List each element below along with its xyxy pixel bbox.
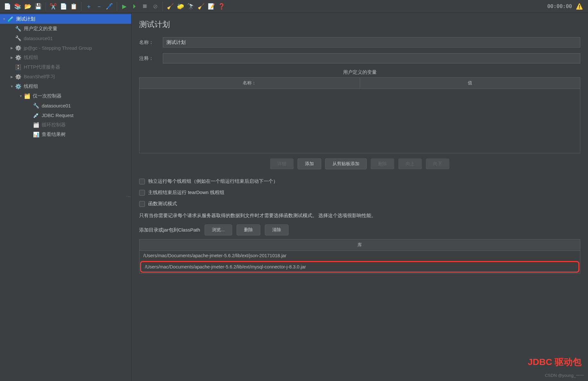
collapse-icon[interactable]: － [94,2,104,11]
detail-button: 详细 [270,158,294,169]
teardown-checkbox[interactable] [139,190,145,196]
gear-icon: ⚙️ [15,73,22,80]
independent-label: 独立运行每个线程组（例如在一个组运行结束后启动下一个） [148,178,278,184]
lib-row[interactable]: /Users/mac/Documents/apache-jmeter-5.6.2… [139,251,580,260]
tree-item-stepping-group[interactable]: ▶ ⚙️ jp@gc - Stepping Thread Group [0,43,131,53]
paste-button[interactable]: 从剪贴板添加 [325,158,367,169]
tree-item-view-results[interactable]: 📊 查看结果树 [0,130,131,139]
stop-icon[interactable]: ⏹ [140,2,150,11]
toggle-icon[interactable]: 🖊️ [105,2,114,11]
reset-search-icon[interactable]: 🧹 [196,2,206,11]
lib-header[interactable]: 库 [139,240,580,251]
annotation-text: JDBC 驱动包 [528,356,582,368]
cp-delete-button[interactable]: 删除 [237,224,260,235]
tree-label: 用户定义的变量 [24,26,57,32]
paste-icon[interactable]: 📋 [69,2,79,11]
vars-col-value[interactable]: 值 [360,78,580,89]
open-icon[interactable]: 📂 [23,2,33,11]
templates-icon[interactable]: 📚 [13,2,22,11]
vars-col-name[interactable]: 名称： [139,78,360,89]
up-button: 向上 [398,158,422,169]
splitter-handle[interactable]: ⋮ [126,194,131,199]
down-button: 向下 [426,158,449,169]
controller-icon: 🗂️ [24,92,31,99]
browse-button[interactable]: 浏览... [205,224,232,235]
wrench-icon: 🔧 [33,102,40,109]
warning-icon[interactable]: ⚠️ [575,2,584,11]
clear-icon[interactable]: 🧹 [165,2,175,11]
start-no-pause-icon[interactable]: ⏵ [130,2,139,11]
comment-input[interactable] [163,53,580,64]
chevron-right-icon[interactable]: ▶ [9,45,15,51]
pipette-icon: 💉 [33,112,40,119]
flask-icon: 🧪 [7,15,14,22]
tree-label: 线程组 [24,83,38,89]
tree-item-datasource[interactable]: 🔧 datasource01 [0,33,131,43]
tree-root[interactable]: ▼ 🧪 测试计划 [0,14,131,24]
lib-table: 库 /Users/mac/Documents/apache-jmeter-5.6… [139,239,580,274]
clear-button[interactable]: 清除 [265,224,289,235]
server-icon: 🗄️ [15,64,22,71]
new-icon[interactable]: 📄 [3,2,12,11]
tree-item-user-vars[interactable]: 🔧 用户定义的变量 [0,24,131,33]
gear-icon: ⚙️ [15,54,22,61]
chevron-down-icon[interactable]: ▼ [9,83,15,89]
chevron-down-icon[interactable]: ▼ [18,93,24,99]
functest-hint: 只有当你需要记录每个请求从服务器取得的数据到文件时才需要选择函数测试模式。 选择… [139,213,580,219]
controller-icon: 🗂️ [33,121,40,128]
tree-label: 线程组 [24,55,38,61]
tree-item-once-controller[interactable]: ▼ 🗂️ 仅一次控制器 [0,91,131,101]
tree-label: 仅一次控制器 [33,93,62,99]
delete-button: 删除 [371,158,394,169]
help-icon[interactable]: ❓ [217,2,226,11]
tree-item-datasource01[interactable]: 🔧 datasource01 [0,101,131,110]
classpath-label: 添加目录或jar包到ClassPath [139,227,200,233]
vars-body[interactable] [139,89,580,153]
chevron-right-icon[interactable]: ▶ [9,74,15,80]
save-icon[interactable]: 💾 [33,2,43,11]
panel-title: 测试计划 [139,19,580,30]
tree-item-loop-controller[interactable]: 🗂️ 循环控制器 [0,120,131,130]
tree-label: 测试计划 [16,16,35,22]
tree-label: jp@gc - Stepping Thread Group [24,45,92,51]
timer: 00:00:00 [547,3,572,9]
tree-item-thread-group-1[interactable]: ▶ ⚙️ 线程组 [0,53,131,62]
vars-section-header: 用户定义的变量 [139,69,580,75]
name-label: 名称： [139,39,158,46]
tree-item-beanshell[interactable]: ▶ ⚙️ BeanShell学习 [0,72,131,81]
tree-item-jdbc-request[interactable]: 💉 JDBC Request [0,110,131,120]
functest-checkbox[interactable] [139,201,145,207]
name-input[interactable] [163,37,580,47]
wrench-icon: 🔧 [15,35,22,42]
tree-item-thread-group-2[interactable]: ▼ ⚙️ 线程组 [0,81,131,91]
gear-icon: ⚙️ [15,44,22,51]
toolbar: 📄 📚 📂 💾 ✂️ 📄 📋 ＋ － 🖊️ ▶ ⏵ ⏹ ⊘ 🧹 🧽 � [0,0,588,13]
comment-label: 注释： [139,55,158,62]
tree-item-http-proxy[interactable]: 🗄️ HTTP代理服务器 [0,62,131,72]
start-icon[interactable]: ▶ [120,2,129,11]
chevron-right-icon[interactable]: ▶ [9,55,15,60]
vars-table: 名称： 值 [139,77,580,153]
tree-label: JDBC Request [42,113,73,118]
clear-all-icon[interactable]: 🧽 [176,2,185,11]
independent-checkbox[interactable] [139,179,145,184]
tree-label: BeanShell学习 [24,74,55,80]
expand-icon[interactable]: ＋ [84,2,94,11]
add-button[interactable]: 添加 [298,158,321,169]
functest-label: 函数测试模式 [148,201,177,207]
chevron-down-icon[interactable]: ▼ [1,16,7,22]
cut-icon[interactable]: ✂️ [48,2,58,11]
content-panel: 测试计划 名称： 注释： 用户定义的变量 名称： 值 详细 添加 从剪贴板 [131,13,588,381]
results-tree-icon: 📊 [33,131,40,138]
copy-icon[interactable]: 📄 [59,2,68,11]
tree-label: datasource01 [24,36,53,41]
tree-label: 循环控制器 [42,122,66,128]
search-icon[interactable]: 🔭 [186,2,196,11]
watermark: CSDN @young_一一 [545,373,584,378]
shutdown-icon[interactable]: ⊘ [150,2,160,11]
teardown-label: 主线程结束后运行 tearDown 线程组 [148,190,224,196]
wrench-icon: 🔧 [15,25,22,32]
lib-row-highlighted[interactable]: /Users/mac/Documents/apache-jmeter-5.6.2… [140,261,579,273]
function-helper-icon[interactable]: 📝 [206,2,216,11]
test-plan-tree[interactable]: ▼ 🧪 测试计划 🔧 用户定义的变量 🔧 datasource01 ▶ ⚙️ j… [0,13,131,381]
